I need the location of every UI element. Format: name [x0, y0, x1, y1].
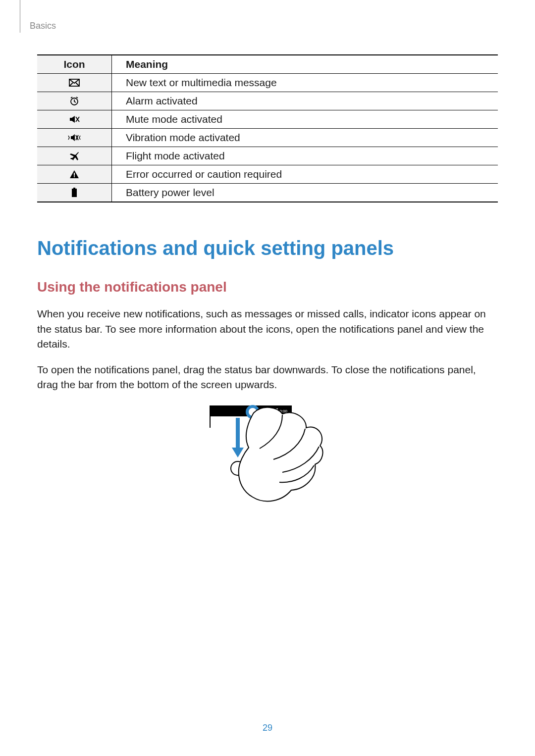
vibrate-icon — [37, 129, 112, 147]
svg-rect-3 — [74, 176, 75, 177]
message-icon — [37, 74, 112, 92]
svg-rect-5 — [72, 189, 77, 197]
status-icons-table: Icon Meaning New text or multimedia mess… — [37, 54, 498, 202]
subsection-title: Using the notifications panel — [37, 279, 498, 295]
mute-icon — [37, 110, 112, 129]
table-cell-meaning: Mute mode activated — [112, 110, 498, 129]
svg-marker-11 — [232, 448, 244, 457]
table-cell-meaning: New text or multimedia message — [112, 74, 498, 92]
table-row: New text or multimedia message — [37, 74, 498, 92]
body-paragraph: When you receive new notifications, such… — [37, 306, 498, 352]
header-rule — [20, 0, 20, 33]
breadcrumb: Basics — [30, 21, 56, 31]
swipe-down-illustration: 10:00 — [208, 404, 327, 515]
svg-rect-2 — [74, 173, 75, 176]
table-row: Vibration mode activated — [37, 129, 498, 147]
table-header-icon: Icon — [37, 55, 112, 74]
table-row: Flight mode activated — [37, 147, 498, 165]
table-cell-meaning: Battery power level — [112, 184, 498, 202]
table-cell-meaning: Error occurred or caution required — [112, 165, 498, 184]
svg-rect-4 — [73, 188, 75, 189]
table-header-meaning: Meaning — [112, 55, 498, 74]
section-title: Notifications and quick setting panels — [37, 237, 498, 259]
table-cell-meaning: Alarm activated — [112, 92, 498, 110]
table-row: Battery power level — [37, 184, 498, 202]
table-cell-meaning: Flight mode activated — [112, 147, 498, 165]
table-row: Mute mode activated — [37, 110, 498, 129]
airplane-icon — [37, 147, 112, 165]
battery-icon — [37, 184, 112, 202]
body-paragraph: To open the notifications panel, drag th… — [37, 362, 498, 393]
warning-icon — [37, 165, 112, 184]
table-row: Alarm activated — [37, 92, 498, 110]
table-cell-meaning: Vibration mode activated — [112, 129, 498, 147]
table-row: Error occurred or caution required — [37, 165, 498, 184]
alarm-icon — [37, 92, 112, 110]
page-number: 29 — [0, 723, 535, 733]
